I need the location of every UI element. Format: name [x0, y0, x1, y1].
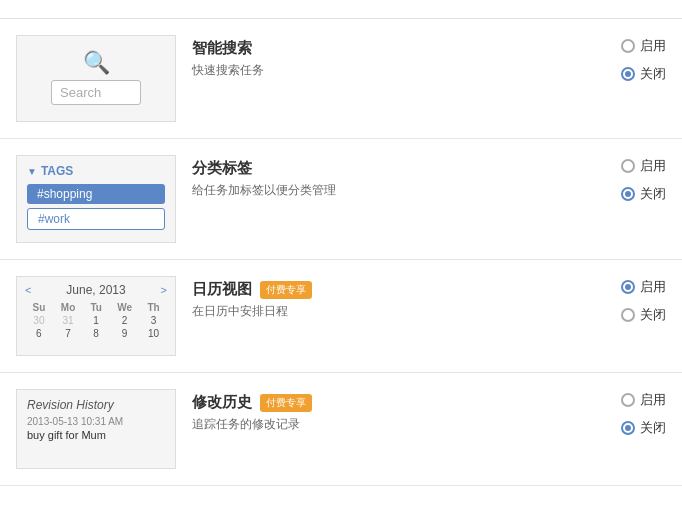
radio-enable-calendar[interactable]: 启用: [621, 278, 666, 296]
tags-header: ▼ TAGS: [27, 164, 165, 178]
radio-disable-calendar[interactable]: 关闭: [621, 306, 666, 324]
feature-info-smart-search: 智能搜索快速搜索任务: [192, 35, 560, 79]
radio-label-disable-revision: 关闭: [640, 419, 666, 437]
feature-info-revision: 修改历史付费专享追踪任务的修改记录: [192, 389, 560, 433]
search-input-fake[interactable]: Search: [51, 80, 141, 105]
radio-disable-revision[interactable]: 关闭: [621, 419, 666, 437]
cal-date[interactable]: 8: [83, 327, 109, 340]
feature-controls-calendar: 启用关闭: [576, 276, 666, 324]
cal-month-label: June, 2013: [66, 283, 125, 297]
feature-controls-revision: 启用关闭: [576, 389, 666, 437]
feature-controls-tags: 启用关闭: [576, 155, 666, 203]
feature-desc-tags: 给任务加标签以便分类管理: [192, 182, 560, 199]
cal-day-header: Mo: [53, 301, 84, 314]
radio-enable-smart-search[interactable]: 启用: [621, 37, 666, 55]
radio-circle-disable-calendar[interactable]: [621, 308, 635, 322]
cal-day-header: We: [109, 301, 140, 314]
revision-task: buy gift for Mum: [27, 429, 165, 441]
revision-title: Revision History: [27, 398, 165, 412]
radio-circle-disable-revision[interactable]: [621, 421, 635, 435]
cal-day-header: Su: [25, 301, 53, 314]
radio-circle-disable-tags[interactable]: [621, 187, 635, 201]
radio-label-disable-tags: 关闭: [640, 185, 666, 203]
feature-name-revision: 修改历史付费专享: [192, 393, 560, 412]
page-title: [0, 0, 682, 19]
feature-row-revision: Revision History 2013-05-13 10:31 AM buy…: [0, 373, 682, 486]
tags-arrow-icon: ▼: [27, 166, 37, 177]
search-icon: 🔍: [83, 52, 110, 74]
feature-name-smart-search: 智能搜索: [192, 39, 560, 58]
radio-label-enable-tags: 启用: [640, 157, 666, 175]
feature-controls-smart-search: 启用关闭: [576, 35, 666, 83]
radio-label-enable-calendar: 启用: [640, 278, 666, 296]
feature-desc-calendar: 在日历中安排日程: [192, 303, 560, 320]
cal-date[interactable]: 31: [53, 314, 84, 327]
feature-info-tags: 分类标签给任务加标签以便分类管理: [192, 155, 560, 199]
radio-label-disable-calendar: 关闭: [640, 306, 666, 324]
tag-work[interactable]: #work: [27, 208, 165, 230]
feature-desc-revision: 追踪任务的修改记录: [192, 416, 560, 433]
radio-label-enable-revision: 启用: [640, 391, 666, 409]
cal-date[interactable]: 7: [53, 327, 84, 340]
feature-desc-smart-search: 快速搜索任务: [192, 62, 560, 79]
feature-badge-calendar: 付费专享: [260, 281, 312, 299]
cal-next-icon[interactable]: >: [161, 284, 167, 296]
calendar-grid: SuMoTuWeTh 3031123 678910: [25, 301, 167, 340]
radio-label-enable-smart-search: 启用: [640, 37, 666, 55]
radio-enable-tags[interactable]: 启用: [621, 157, 666, 175]
revision-date: 2013-05-13 10:31 AM: [27, 416, 165, 427]
cal-date[interactable]: 9: [109, 327, 140, 340]
feature-row-tags: ▼ TAGS #shopping #work 分类标签给任务加标签以便分类管理启…: [0, 139, 682, 260]
tags-header-label: TAGS: [41, 164, 73, 178]
cal-date[interactable]: 2: [109, 314, 140, 327]
calendar-header: < June, 2013 >: [25, 283, 167, 297]
feature-row-calendar: < June, 2013 > SuMoTuWeTh 3031123 678910…: [0, 260, 682, 373]
radio-enable-revision[interactable]: 启用: [621, 391, 666, 409]
radio-label-disable-smart-search: 关闭: [640, 65, 666, 83]
cal-date[interactable]: 6: [25, 327, 53, 340]
radio-circle-enable-revision[interactable]: [621, 393, 635, 407]
cal-date[interactable]: 3: [140, 314, 167, 327]
cal-date[interactable]: 10: [140, 327, 167, 340]
radio-disable-tags[interactable]: 关闭: [621, 185, 666, 203]
feature-name-tags: 分类标签: [192, 159, 560, 178]
cal-date[interactable]: 1: [83, 314, 109, 327]
tag-shopping[interactable]: #shopping: [27, 184, 165, 204]
cal-day-header: Tu: [83, 301, 109, 314]
cal-day-header: Th: [140, 301, 167, 314]
radio-disable-smart-search[interactable]: 关闭: [621, 65, 666, 83]
feature-row-smart-search: 🔍 Search 智能搜索快速搜索任务启用关闭: [0, 19, 682, 139]
radio-circle-enable-smart-search[interactable]: [621, 39, 635, 53]
feature-badge-revision: 付费专享: [260, 394, 312, 412]
radio-circle-disable-smart-search[interactable]: [621, 67, 635, 81]
feature-name-calendar: 日历视图付费专享: [192, 280, 560, 299]
radio-circle-enable-tags[interactable]: [621, 159, 635, 173]
feature-info-calendar: 日历视图付费专享在日历中安排日程: [192, 276, 560, 320]
cal-prev-icon[interactable]: <: [25, 284, 31, 296]
radio-circle-enable-calendar[interactable]: [621, 280, 635, 294]
cal-date[interactable]: 30: [25, 314, 53, 327]
